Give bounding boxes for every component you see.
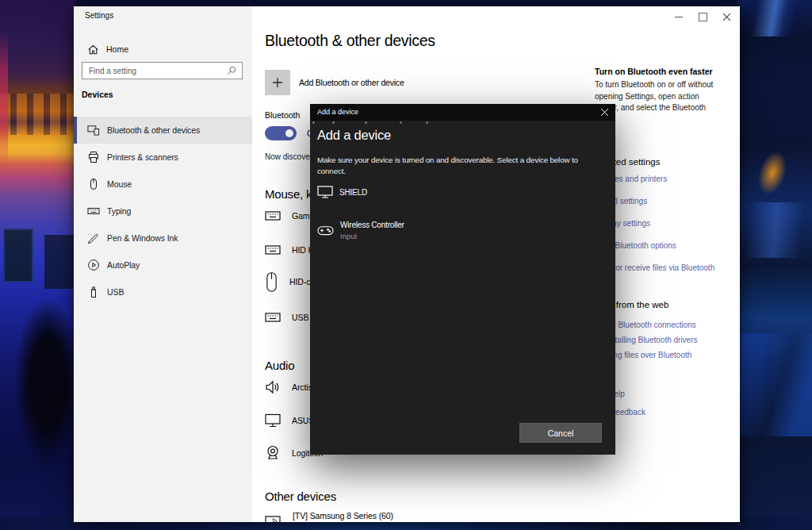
section-title-other-devices: Other devices: [265, 490, 336, 503]
window-controls: [667, 6, 738, 27]
dialog-title: Add a device: [317, 128, 391, 143]
device-row-arctis[interactable]: Arctis: [265, 376, 312, 398]
cancel-button[interactable]: Cancel: [519, 423, 602, 443]
monitor-icon: [317, 185, 333, 199]
wallpaper-streak: [737, 0, 812, 36]
monitor-icon: [265, 413, 281, 428]
progress-dots: [310, 121, 615, 125]
home-icon: [87, 44, 99, 56]
wallpaper-ceiling-lights: [0, 94, 76, 135]
game-controller-icon: [317, 225, 334, 236]
maximize-button[interactable]: [691, 6, 714, 27]
sidebar: Home Devices Bluetooth & other devices P…: [74, 6, 252, 522]
keyboard-icon: [265, 242, 281, 258]
sidebar-item-pen-windows-ink[interactable]: Pen & Windows Ink: [74, 225, 252, 252]
search-input[interactable]: [82, 67, 227, 75]
dialog-titlebar-label: Add a device: [317, 108, 358, 116]
search-box[interactable]: [82, 62, 243, 79]
sidebar-section-label: Devices: [82, 90, 113, 99]
close-icon: [722, 13, 731, 21]
sidebar-nav: Bluetooth & other devices Printers & sca…: [74, 117, 252, 305]
mouse-icon: [265, 271, 278, 293]
minimize-icon: [675, 17, 683, 17]
speaker-icon: [265, 379, 281, 395]
wallpaper-left: [0, 0, 76, 530]
tip-title: Turn on Bluetooth even faster: [595, 67, 713, 76]
dialog-close-button[interactable]: [597, 106, 611, 118]
device-subtitle: Input: [340, 232, 404, 240]
sidebar-item-usb[interactable]: USB: [74, 278, 252, 305]
sidebar-item-mouse[interactable]: Mouse: [74, 171, 252, 198]
section-title-audio: Audio: [265, 359, 294, 372]
minimize-button[interactable]: [667, 6, 691, 27]
wallpaper-right: [737, 0, 812, 530]
printer-icon: [87, 151, 100, 163]
bluetooth-toggle[interactable]: [265, 126, 297, 140]
dialog-description: Make sure your device is turned on and d…: [317, 155, 578, 177]
plus-square: [265, 70, 290, 95]
sidebar-item-home[interactable]: Home: [74, 40, 252, 59]
pen-icon: [87, 232, 100, 244]
dialog-device-wireless-controller[interactable]: Wireless Controller Input: [317, 221, 404, 240]
device-row-samsung-tv[interactable]: [TV] Samsung 8 Series (60) Not connected: [265, 508, 393, 522]
window-title: Settings: [85, 11, 113, 20]
keyboard-icon: [265, 309, 281, 325]
wallpaper-red-glow: [0, 32, 8, 167]
home-label: Home: [106, 44, 128, 54]
dialog-titlebar: Add a device: [310, 104, 615, 121]
close-icon: [600, 108, 609, 117]
page-title: Bluetooth & other devices: [265, 32, 435, 50]
sidebar-item-typing[interactable]: Typing: [74, 198, 252, 225]
close-button[interactable]: [714, 6, 738, 27]
autoplay-icon: [87, 259, 100, 271]
webcam-icon: [265, 444, 281, 462]
maximize-icon: [699, 13, 707, 21]
wallpaper-blue-patch: [737, 333, 812, 436]
sidebar-item-bluetooth-other-devices[interactable]: Bluetooth & other devices: [74, 117, 252, 144]
bluetooth-label: Bluetooth: [265, 110, 300, 120]
keyboard-icon: [87, 205, 100, 217]
add-device-dialog: Add a device Add a device Make sure your…: [310, 104, 615, 455]
mouse-icon: [87, 178, 100, 190]
sidebar-item-printers-scanners[interactable]: Printers & scanners: [74, 144, 252, 171]
cast-tv-icon: [265, 514, 282, 523]
dialog-device-shield[interactable]: SHIELD: [317, 185, 367, 199]
usb-icon: [87, 286, 100, 298]
search-icon: [227, 66, 236, 75]
sidebar-item-autoplay[interactable]: AutoPlay: [74, 252, 252, 278]
plus-icon: [272, 77, 283, 88]
keyboard-icon: [265, 208, 281, 224]
device-row-asus[interactable]: ASUS: [265, 409, 314, 432]
toggle-knob: [285, 129, 293, 137]
add-device-button[interactable]: Add Bluetooth or other device: [265, 70, 404, 95]
wallpaper-arcade-screens: [3, 229, 33, 282]
devices-icon: [87, 124, 100, 136]
wallpaper-silhouette: [5, 294, 76, 492]
